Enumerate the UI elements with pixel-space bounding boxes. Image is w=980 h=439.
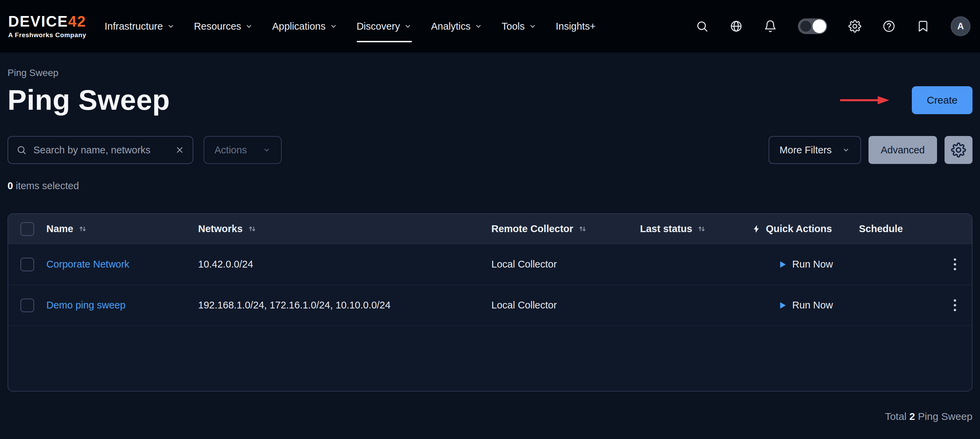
advanced-button[interactable]: Advanced: [869, 136, 937, 164]
help-icon[interactable]: [883, 20, 896, 33]
cell-row-menu: [859, 256, 972, 272]
gear-icon: [951, 143, 966, 157]
run-now-button[interactable]: Run Now: [752, 259, 859, 270]
cell-remote-collector: Local Collector: [492, 259, 640, 270]
globe-icon[interactable]: [730, 20, 743, 33]
avatar-letter: A: [957, 21, 964, 32]
main-content: Ping Sweep Ping Sweep Create Actions Mor…: [0, 52, 980, 422]
header-checkbox-cell: [8, 222, 46, 236]
search-input[interactable]: [33, 144, 169, 156]
device42-logo[interactable]: DEVICE42 A Freshworks Company: [8, 14, 86, 39]
nav-item-insights[interactable]: Insights+: [556, 15, 596, 38]
more-filters-label: More Filters: [780, 145, 832, 156]
header-networks[interactable]: Networks: [198, 223, 492, 234]
select-all-checkbox[interactable]: [21, 222, 34, 236]
annotation-arrow: [839, 93, 890, 107]
cell-remote-collector: Local Collector: [492, 300, 640, 311]
row-menu-icon[interactable]: [952, 256, 958, 272]
filter-right-group: More Filters Advanced: [768, 136, 972, 164]
main-nav: Infrastructure Resources Applications Di…: [105, 15, 596, 38]
breadcrumb[interactable]: Ping Sweep: [8, 52, 58, 78]
chevron-down-icon: [245, 22, 253, 30]
cell-name: Corporate Network: [46, 259, 198, 270]
nav-item-tools[interactable]: Tools: [501, 15, 537, 38]
filter-row: Actions More Filters Advanced: [8, 136, 972, 164]
bell-icon[interactable]: [764, 20, 777, 33]
chevron-down-icon: [404, 22, 412, 30]
nav-item-discovery[interactable]: Discovery: [357, 15, 412, 38]
row-checkbox[interactable]: [21, 258, 34, 271]
more-filters-button[interactable]: More Filters: [768, 136, 861, 164]
brand-tagline: A Freshworks Company: [8, 31, 86, 39]
nav-label: Applications: [272, 21, 325, 32]
nav-item-applications[interactable]: Applications: [272, 15, 337, 38]
selected-count: 0: [8, 180, 13, 191]
search-icon[interactable]: [695, 20, 709, 33]
table-header-row: Name Networks Remote Collector Last stat…: [8, 214, 972, 244]
avatar[interactable]: A: [951, 16, 970, 36]
total-count: Total 2 Ping Sweep: [8, 411, 972, 422]
nav-label: Insights+: [556, 21, 596, 32]
row-menu-icon[interactable]: [952, 297, 958, 313]
chevron-down-icon: [842, 146, 850, 154]
play-icon: [778, 301, 788, 310]
nav-item-analytics[interactable]: Analytics: [431, 15, 482, 38]
row-checkbox-cell: [8, 299, 46, 312]
create-button[interactable]: Create: [912, 86, 972, 114]
clear-search-icon[interactable]: [175, 145, 185, 155]
brand-wordmark: DEVICE42: [8, 14, 86, 29]
gear-icon[interactable]: [848, 20, 861, 33]
table-row: Corporate Network 10.42.0.0/24 Local Col…: [8, 244, 972, 285]
chevron-down-icon: [528, 22, 537, 30]
nav-label: Resources: [194, 21, 242, 32]
actions-label: Actions: [215, 145, 247, 156]
sort-icon: [578, 224, 587, 234]
table-settings-button[interactable]: [945, 136, 972, 164]
actions-dropdown[interactable]: Actions: [204, 136, 282, 164]
sort-icon: [697, 224, 706, 234]
brand-accent-42: 42: [68, 13, 86, 30]
ping-sweep-link[interactable]: Corporate Network: [46, 259, 129, 270]
row-checkbox[interactable]: [21, 299, 34, 312]
header-name[interactable]: Name: [46, 223, 198, 234]
selection-status: 0 items selected: [8, 180, 972, 192]
search-icon: [16, 145, 27, 155]
cell-networks: 10.42.0.0/24: [198, 259, 492, 270]
navbar-actions: A: [695, 16, 970, 36]
toggle-knob: [813, 19, 826, 33]
chevron-down-icon: [262, 146, 271, 154]
ping-sweep-link[interactable]: Demo ping sweep: [46, 300, 126, 310]
header-remote-collector[interactable]: Remote Collector: [492, 223, 640, 234]
chevron-down-icon: [474, 22, 482, 30]
ping-sweep-table: Name Networks Remote Collector Last stat…: [8, 213, 972, 391]
header-last-status[interactable]: Last status: [640, 223, 752, 234]
top-navbar: DEVICE42 A Freshworks Company Infrastruc…: [0, 0, 980, 52]
title-row: Ping Sweep Create: [8, 83, 972, 117]
nav-item-infrastructure[interactable]: Infrastructure: [105, 15, 175, 38]
search-box: [8, 136, 193, 164]
chevron-down-icon: [329, 22, 337, 30]
nav-label: Tools: [501, 21, 525, 32]
page-title: Ping Sweep: [8, 83, 170, 117]
cell-row-menu: [859, 297, 972, 313]
run-now-button[interactable]: Run Now: [752, 300, 859, 311]
play-icon: [778, 260, 788, 269]
sort-icon: [78, 224, 87, 234]
header-schedule: Schedule: [859, 223, 972, 234]
lightning-icon: [752, 224, 761, 234]
selected-label: items selected: [16, 180, 79, 191]
nav-item-resources[interactable]: Resources: [194, 15, 253, 38]
sort-icon: [248, 224, 257, 234]
table-row: Demo ping sweep 192.168.1.0/24, 172.16.1…: [8, 285, 972, 326]
nav-label: Analytics: [431, 21, 471, 32]
chevron-down-icon: [167, 22, 175, 30]
theme-toggle[interactable]: [798, 18, 827, 34]
moon-icon: [800, 21, 811, 32]
row-checkbox-cell: [8, 258, 46, 271]
header-quick-actions: Quick Actions: [752, 223, 859, 234]
nav-label: Infrastructure: [105, 21, 163, 32]
cell-networks: 192.168.1.0/24, 172.16.1.0/24, 10.10.0.0…: [198, 300, 492, 311]
cell-name: Demo ping sweep: [46, 300, 198, 311]
nav-label: Discovery: [357, 21, 400, 32]
bookmark-icon[interactable]: [916, 20, 929, 33]
